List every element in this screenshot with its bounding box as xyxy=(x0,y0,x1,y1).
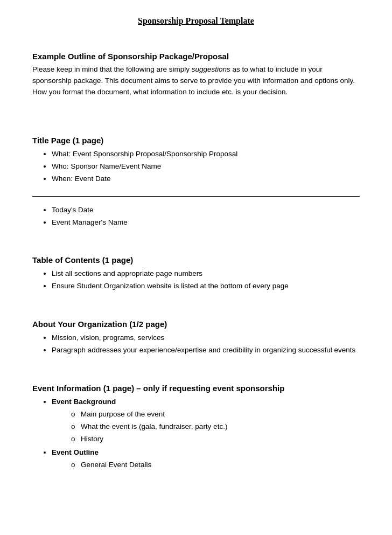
intro-text-italic: suggestions xyxy=(192,65,230,73)
about-org-bullets: Mission, vision, programs, services Para… xyxy=(52,332,360,357)
event-info-section: Event Information (1 page) – only if req… xyxy=(32,384,360,471)
about-org-section: About Your Organization (1/2 page) Missi… xyxy=(32,319,360,357)
after-divider-section: Today's Date Event Manager's Name xyxy=(32,204,360,229)
event-outline-label: Event Outline xyxy=(52,448,99,456)
event-background-sub: Main purpose of the event What the event… xyxy=(71,408,360,446)
event-info-bullets: Event Background Main purpose of the eve… xyxy=(52,396,360,471)
title-page-section: Title Page (1 page) What: Event Sponsors… xyxy=(32,136,360,185)
list-item: Event Manager's Name xyxy=(52,217,360,229)
after-divider-bullets: Today's Date Event Manager's Name xyxy=(52,204,360,229)
about-org-heading: About Your Organization (1/2 page) xyxy=(32,319,360,329)
list-item: When: Event Date xyxy=(52,173,360,185)
event-outline-item: Event Outline General Event Details xyxy=(52,447,360,471)
table-of-contents-section: Table of Contents (1 page) List all sect… xyxy=(32,255,360,293)
list-item: What the event is (gala, fundraiser, par… xyxy=(71,421,360,433)
event-info-heading: Event Information (1 page) – only if req… xyxy=(32,384,360,393)
list-item: Ensure Student Organization website is l… xyxy=(52,280,360,293)
section-divider xyxy=(32,196,360,197)
table-of-contents-heading: Table of Contents (1 page) xyxy=(32,255,360,265)
event-background-item: Event Background Main purpose of the eve… xyxy=(52,396,360,446)
table-of-contents-bullets: List all sections and appropriate page n… xyxy=(52,268,360,293)
intro-text-part1: Please keep in mind that the following a… xyxy=(32,65,192,73)
list-item: List all sections and appropriate page n… xyxy=(52,268,360,280)
list-item: Who: Sponsor Name/Event Name xyxy=(52,161,360,173)
title-page-bullets: What: Event Sponsorship Proposal/Sponsor… xyxy=(52,148,360,185)
list-item: Mission, vision, programs, services xyxy=(52,332,360,344)
list-item: What: Event Sponsorship Proposal/Sponsor… xyxy=(52,148,360,161)
event-background-label: Event Background xyxy=(52,398,116,406)
page-title: Sponsorship Proposal Template xyxy=(32,16,360,26)
list-item: Today's Date xyxy=(52,204,360,217)
list-item: Paragraph addresses your experience/expe… xyxy=(52,344,360,357)
title-page-heading: Title Page (1 page) xyxy=(32,136,360,145)
intro-paragraph: Please keep in mind that the following a… xyxy=(32,64,360,98)
example-outline-heading: Example Outline of Sponsorship Package/P… xyxy=(32,52,360,61)
example-outline-section: Example Outline of Sponsorship Package/P… xyxy=(32,52,360,98)
list-item: General Event Details xyxy=(71,459,360,471)
event-outline-sub: General Event Details xyxy=(71,459,360,471)
list-item: Main purpose of the event xyxy=(71,408,360,421)
list-item: History xyxy=(71,433,360,446)
